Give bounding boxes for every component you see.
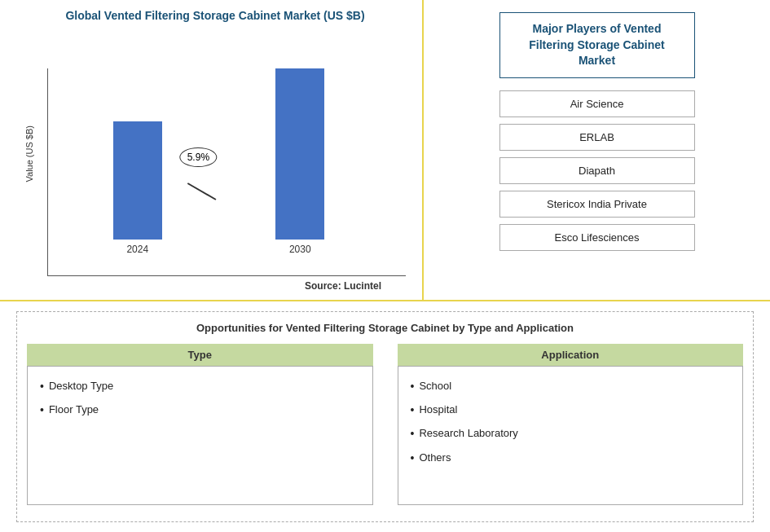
app-item-school: • School [411, 376, 731, 397]
chart-area: Global Vented Filtering Storage Cabinet … [0, 0, 424, 300]
player-item-1: Air Science [499, 90, 695, 117]
major-players-area: Major Players of Vented Filtering Storag… [424, 0, 770, 300]
top-section: Global Vented Filtering Storage Cabinet … [0, 0, 770, 301]
application-column-body: • School • Hospital • Research Laborator… [398, 366, 744, 505]
main-container: Global Vented Filtering Storage Cabinet … [0, 0, 770, 532]
major-players-title-box: Major Players of Vented Filtering Storag… [499, 12, 695, 78]
player-item-3: Diapath [499, 157, 695, 184]
bullet-icon: • [40, 400, 44, 420]
type-item-floor: • Floor Type [40, 400, 360, 420]
bar-2030 [275, 68, 324, 240]
bullet-icon: • [411, 400, 415, 420]
chart-wrapper: Value (US $B) 5.9% [24, 31, 406, 276]
annotation-bubble: 5.9% [180, 147, 217, 167]
app-item-hospital: • Hospital [411, 400, 731, 420]
annotation-text: 5.9% [187, 152, 209, 163]
player-item-2: ERLAB [499, 124, 695, 151]
opportunities-title: Opportunities for Vented Filtering Stora… [27, 322, 743, 334]
application-column-header: Application [398, 344, 744, 366]
y-axis-label: Value (US $B) [24, 125, 34, 182]
type-column-header: Type [27, 344, 373, 366]
app-item-research-text: Research Laboratory [419, 424, 517, 442]
type-item-desktop-text: Desktop Type [49, 376, 113, 395]
annotation-area: 5.9% [180, 147, 217, 167]
app-item-others: • Others [411, 448, 731, 468]
bars-container: 5.9% 2024 203 [47, 68, 406, 276]
type-item-floor-text: Floor Type [49, 400, 99, 419]
bar-group-2030: 2030 [219, 68, 382, 255]
opportunities-content: Type • Desktop Type • Floor Type [27, 344, 743, 505]
app-item-school-text: School [419, 376, 451, 395]
bar-label-2030: 2030 [289, 244, 311, 255]
source-label: Source: Lucintel [24, 280, 406, 292]
app-item-others-text: Others [419, 448, 451, 467]
chart-title: Global Vented Filtering Storage Cabinet … [65, 8, 364, 23]
player-item-4: Stericox India Private [499, 191, 695, 218]
player-item-5: Esco Lifesciences [499, 224, 695, 251]
bullet-icon: • [411, 448, 415, 468]
app-item-research: • Research Laboratory [411, 424, 731, 444]
bullet-icon: • [411, 376, 415, 397]
type-column: Type • Desktop Type • Floor Type [27, 344, 373, 505]
bar-label-2024: 2024 [126, 244, 148, 255]
app-item-hospital-text: Hospital [419, 400, 457, 419]
type-column-body: • Desktop Type • Floor Type [27, 366, 373, 505]
bottom-section: Opportunities for Vented Filtering Stora… [0, 301, 770, 532]
bullet-icon: • [40, 376, 44, 397]
major-players-title: Major Players of Vented Filtering Storag… [517, 21, 678, 69]
opportunities-box: Opportunities for Vented Filtering Stora… [16, 311, 754, 522]
application-column: Application • School • Hospital • Resear [398, 344, 744, 505]
bullet-icon: • [411, 424, 415, 444]
bar-2024 [113, 121, 162, 240]
type-item-desktop: • Desktop Type [40, 376, 360, 397]
chart-inner: 5.9% 2024 203 [39, 52, 406, 276]
